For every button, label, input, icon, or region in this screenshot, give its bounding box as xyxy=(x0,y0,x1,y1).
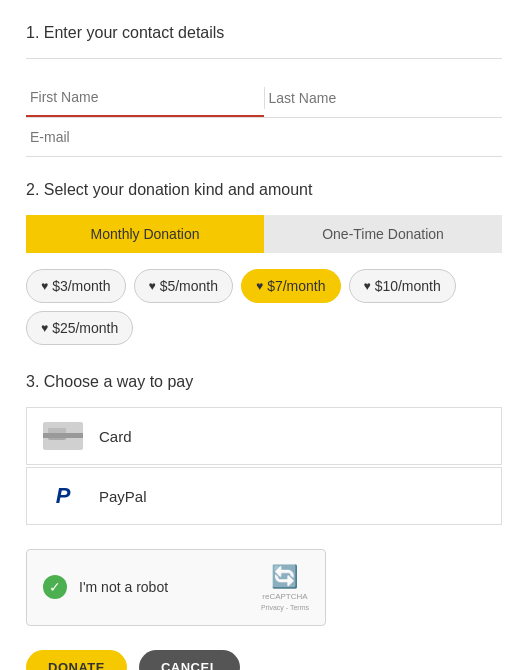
heart-icon-4: ♥ xyxy=(364,279,371,293)
heart-icon-1: ♥ xyxy=(41,279,48,293)
amount-7-label: $7/month xyxy=(267,278,325,294)
name-row xyxy=(26,79,502,118)
amount-7-button[interactable]: ♥ $7/month xyxy=(241,269,341,303)
heart-icon-3: ♥ xyxy=(256,279,263,293)
section-3-title: 3. Choose a way to pay xyxy=(26,373,502,391)
amount-5-button[interactable]: ♥ $5/month xyxy=(134,269,234,303)
recaptcha-logo: 🔄 xyxy=(271,564,298,590)
last-name-input[interactable] xyxy=(265,79,503,117)
captcha-right: 🔄 reCAPTCHA Privacy - Terms xyxy=(261,564,309,611)
amount-10-button[interactable]: ♥ $10/month xyxy=(349,269,456,303)
captcha-box[interactable]: ✓ I'm not a robot 🔄 reCAPTCHA Privacy - … xyxy=(26,549,326,626)
section-1-title: 1. Enter your contact details xyxy=(26,24,502,42)
paypal-icon: P xyxy=(43,482,83,510)
captcha-checkmark: ✓ xyxy=(43,575,67,599)
heart-icon-2: ♥ xyxy=(149,279,156,293)
amount-3-button[interactable]: ♥ $3/month xyxy=(26,269,126,303)
section-1-divider xyxy=(26,58,502,59)
monthly-donation-button[interactable]: Monthly Donation xyxy=(26,215,264,253)
section-2-title: 2. Select your donation kind and amount xyxy=(26,181,502,199)
amount-25-label: $25/month xyxy=(52,320,118,336)
amount-5-label: $5/month xyxy=(160,278,218,294)
paypal-logo-p: P xyxy=(56,485,71,507)
card-svg xyxy=(43,422,83,450)
cancel-button[interactable]: CANCEL xyxy=(139,650,240,670)
amount-25-button[interactable]: ♥ $25/month xyxy=(26,311,133,345)
first-name-input[interactable] xyxy=(26,79,264,117)
amount-3-label: $3/month xyxy=(52,278,110,294)
svg-rect-2 xyxy=(43,433,83,438)
section-1: 1. Enter your contact details xyxy=(26,24,502,157)
card-payment-option[interactable]: Card xyxy=(26,407,502,465)
captcha-label: I'm not a robot xyxy=(79,579,168,595)
amount-10-label: $10/month xyxy=(375,278,441,294)
donation-type-row: Monthly Donation One-Time Donation xyxy=(26,215,502,253)
captcha-left: ✓ I'm not a robot xyxy=(43,575,168,599)
section-3: 3. Choose a way to pay Card P PayPal xyxy=(26,373,502,525)
recaptcha-brand: reCAPTCHA xyxy=(262,592,307,602)
donate-button[interactable]: DONATE xyxy=(26,650,127,670)
card-icon xyxy=(43,422,83,450)
paypal-payment-option[interactable]: P PayPal xyxy=(26,467,502,525)
section-2: 2. Select your donation kind and amount … xyxy=(26,181,502,345)
email-input[interactable] xyxy=(30,129,498,145)
paypal-label: PayPal xyxy=(99,488,147,505)
one-time-donation-button[interactable]: One-Time Donation xyxy=(264,215,502,253)
recaptcha-links: Privacy - Terms xyxy=(261,604,309,611)
heart-icon-5: ♥ xyxy=(41,321,48,335)
amount-options: ♥ $3/month ♥ $5/month ♥ $7/month ♥ $10/m… xyxy=(26,269,502,345)
action-row: DONATE CANCEL xyxy=(26,650,502,670)
svg-rect-3 xyxy=(48,428,66,433)
email-row xyxy=(26,118,502,157)
card-label: Card xyxy=(99,428,132,445)
